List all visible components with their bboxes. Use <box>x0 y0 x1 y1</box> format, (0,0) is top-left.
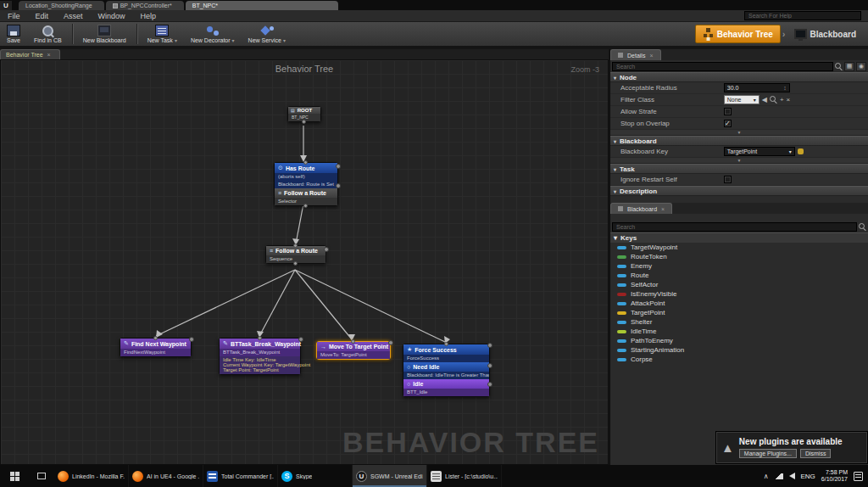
blackboard-key-item[interactable]: Shelter <box>610 317 868 327</box>
section-description[interactable]: ▾ Description <box>610 186 868 196</box>
doc-tab-npccontroller[interactable]: BP_NPCController* <box>106 1 184 10</box>
section-node[interactable]: ▾ Node <box>610 72 868 82</box>
ignore-restart-checkbox[interactable] <box>724 176 732 183</box>
find-in-cb-button[interactable]: Find in CB <box>27 22 69 46</box>
blackboard-key-item[interactable]: Route <box>610 271 868 280</box>
task-view-button[interactable] <box>29 465 54 487</box>
taskbar-app-lister[interactable]: Lister - [c:\studio\u... <box>427 465 502 487</box>
section-blackboard[interactable]: ▾ Blackboard <box>610 136 868 146</box>
browse-icon[interactable] <box>770 96 777 104</box>
graph-tab-behavior-tree[interactable]: Behavior Tree × <box>0 49 60 59</box>
menu-asset[interactable]: Asset <box>56 12 91 20</box>
help-search-input[interactable] <box>744 11 861 20</box>
taskbar-app-skype[interactable]: S Skype <box>278 465 353 487</box>
input-pin[interactable] <box>351 339 355 344</box>
blackboard-key-item[interactable]: TargetPoint <box>610 308 868 317</box>
show-hidden-icons-button[interactable]: ∧ <box>764 473 769 480</box>
blackboard-key-dropdown[interactable]: TargetPoint ▾ <box>724 147 795 156</box>
keys-header[interactable]: ▾ Keys <box>610 232 868 243</box>
save-button[interactable]: Save <box>0 22 27 46</box>
chevron-down-icon: ▾ <box>754 97 756 103</box>
close-icon[interactable]: × <box>649 53 653 59</box>
close-icon[interactable]: × <box>47 52 51 58</box>
blackboard-key-item[interactable]: IdleTime <box>610 327 868 336</box>
node-find-next-waypoint[interactable]: ✎ Find Next Waypoint FindNextWaypoint <box>120 338 192 357</box>
taskbar-app-linkedin[interactable]: LinkedIn - Mozilla F... <box>54 465 129 487</box>
key-type-pill <box>617 246 626 249</box>
manage-plugins-button[interactable]: Manage Plugins... <box>739 449 797 458</box>
property-matrix-button[interactable]: ▦ <box>844 62 854 71</box>
plugins-notification: ▲ New plugins are available Manage Plugi… <box>715 431 868 464</box>
blackboard-key-item[interactable]: RouteToken <box>610 252 868 261</box>
output-pin[interactable] <box>302 120 306 124</box>
taskbar-app-unreal[interactable]: U SGWM - Unreal Edi... <box>353 465 427 487</box>
tab-blackboard[interactable]: Blackboard × <box>610 203 672 214</box>
doc-tab-btnpc[interactable]: BT_NPC* <box>186 1 338 10</box>
advanced-expander[interactable]: ▼ <box>610 130 868 136</box>
clock[interactable]: 7:58 PM 6/10/2017 <box>821 469 848 483</box>
menu-edit[interactable]: Edit <box>28 12 57 20</box>
blackboard-key-item[interactable]: SelfActor <box>610 280 868 289</box>
close-icon[interactable]: × <box>661 206 665 212</box>
input-pin[interactable] <box>153 336 158 340</box>
clear-icon[interactable]: × <box>787 96 791 104</box>
blackboard-key-item[interactable]: IsEnemyVisible <box>610 289 868 299</box>
filter-class-dropdown[interactable]: None ▾ <box>724 95 760 104</box>
use-selected-icon[interactable]: ◀ <box>762 96 767 104</box>
start-button[interactable] <box>0 465 29 487</box>
input-pin[interactable] <box>444 342 448 346</box>
node-follow-route[interactable]: ≡ Follow a Route Sequence <box>265 245 326 264</box>
new-decorator-button[interactable]: New Decorator▾ <box>184 22 242 46</box>
blackboard-key-item[interactable]: StartingAnimation <box>610 345 868 355</box>
chevron-down-icon[interactable]: ▾ <box>232 38 235 43</box>
input-pin[interactable] <box>293 244 298 248</box>
acceptable-radius-input[interactable]: 30.0 ↕ <box>724 83 790 92</box>
blackboard-mode-button[interactable]: Blackboard <box>787 25 863 43</box>
blackboard-key-item[interactable]: Corpse <box>610 355 868 364</box>
blackboard-key-item[interactable]: Enemy <box>610 261 868 271</box>
details-search-input[interactable] <box>612 62 833 71</box>
input-pin[interactable] <box>303 160 308 165</box>
language-indicator[interactable]: ENG <box>801 473 815 480</box>
chevron-down-icon[interactable]: ▾ <box>283 38 286 43</box>
behavior-tree-mode-button[interactable]: Behavior Tree <box>695 25 781 43</box>
node-idle-group[interactable]: ★ Force Success ForceSuccess ○ Need Idle… <box>403 344 490 397</box>
input-pin[interactable] <box>258 336 262 340</box>
dismiss-button[interactable]: Dismiss <box>800 449 832 458</box>
chevron-down-icon[interactable]: ▾ <box>175 38 177 43</box>
blackboard-key-item[interactable]: AttackPoint <box>610 299 868 308</box>
blackboard-search-input[interactable] <box>612 222 857 232</box>
tab-details[interactable]: Details × <box>610 49 661 60</box>
menu-window[interactable]: Window <box>91 12 133 20</box>
stop-on-overlap-checkbox[interactable]: ✓ <box>724 120 732 127</box>
output-pin[interactable] <box>293 261 298 266</box>
taskbar-app-ai-in-ue4[interactable]: AI in UE4 - Google ... <box>129 465 203 487</box>
taskbar-app-total-commander[interactable]: Total Commander [... <box>203 465 278 487</box>
node-break-waypoint[interactable]: ✎ BTTask_Break_Waypoint BTTask_Break_Way… <box>219 338 301 375</box>
node-title: Find Next Waypoint <box>131 341 186 347</box>
section-task[interactable]: ▾ Task <box>610 164 868 174</box>
advanced-expander[interactable]: ▼ <box>610 158 868 164</box>
doc-tab-location[interactable]: Location_ShootingRange <box>19 1 104 10</box>
allow-strafe-checkbox[interactable] <box>724 108 732 115</box>
menu-file[interactable]: File <box>0 12 28 20</box>
warning-icon: ▲ <box>721 441 734 454</box>
node-root[interactable]: ▤ ROOT BT_NPC <box>287 106 321 122</box>
blackboard-key-item[interactable]: PathToEnemy <box>610 336 868 345</box>
behavior-tree-canvas[interactable]: Behavior Tree Zoom -3 BEHAVIOR TREE <box>0 59 609 465</box>
spin-grip-icon[interactable]: ↕ <box>783 85 787 91</box>
node-move-to-target-point[interactable]: → Move To Target Point MoveTo: TargetPoi… <box>316 341 391 360</box>
blackboard-key-item[interactable]: TargetWaypoint <box>610 243 868 252</box>
view-options-button[interactable]: ◉ <box>856 62 866 71</box>
speaker-icon[interactable] <box>789 473 795 479</box>
lister-icon <box>431 471 442 482</box>
action-center-icon[interactable] <box>854 472 863 481</box>
node-has-route[interactable]: ⊙ Has Route (aborts self) Blackboard: Ro… <box>274 162 338 206</box>
output-pin[interactable] <box>303 204 308 208</box>
new-blackboard-button[interactable]: New Blackboard <box>76 22 133 46</box>
add-icon[interactable]: + <box>780 96 784 104</box>
new-task-button[interactable]: New Task▾ <box>141 22 184 46</box>
network-icon[interactable] <box>775 473 783 479</box>
menu-help[interactable]: Help <box>133 12 164 20</box>
new-service-button[interactable]: New Service▾ <box>242 22 292 46</box>
